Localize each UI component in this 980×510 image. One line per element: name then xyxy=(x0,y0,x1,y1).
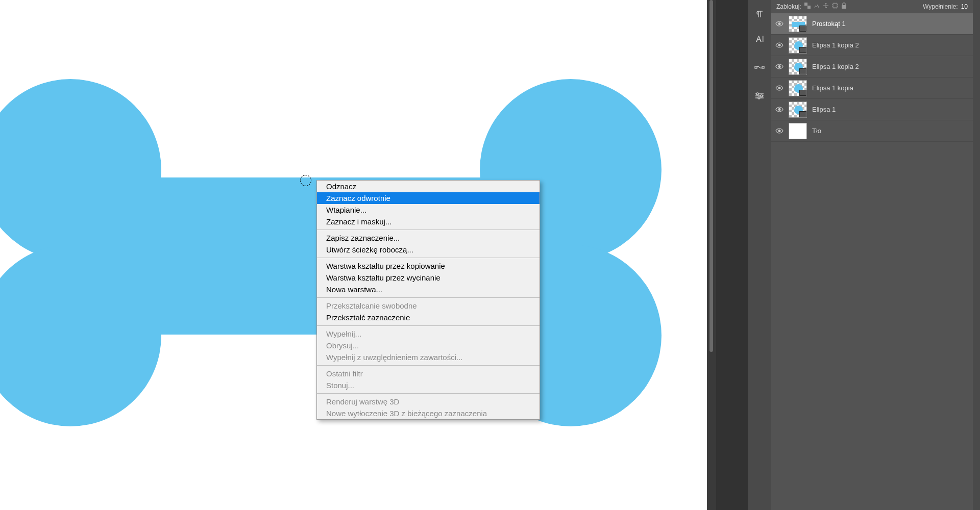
svg-point-3 xyxy=(761,95,763,97)
scrollbar-thumb[interactable] xyxy=(709,0,713,352)
context-menu-item: Obrysuj... xyxy=(317,340,540,351)
layer-thumbnail[interactable] xyxy=(789,59,807,75)
character-panel-icon[interactable] xyxy=(748,27,771,51)
layers-panel: Zablokuj: Wypełnienie: 10 xyxy=(771,0,973,510)
svg-rect-5 xyxy=(804,3,807,6)
context-menu-item: Nowe wytłoczenie 3D z bieżącego zaznacze… xyxy=(317,407,540,419)
layer-thumbnail[interactable] xyxy=(789,16,807,32)
lock-transparency-icon[interactable] xyxy=(804,3,811,10)
svg-point-13 xyxy=(778,66,780,68)
right-panel-area: Zablokuj: Wypełnienie: 10 xyxy=(707,0,980,510)
layer-thumbnail[interactable] xyxy=(789,123,807,139)
adjustments-panel-icon[interactable] xyxy=(748,84,771,108)
svg-rect-7 xyxy=(807,3,811,6)
context-menu-item[interactable]: Zaznacz odwrotnie xyxy=(317,192,540,204)
context-menu-item[interactable]: Nowa warstwa... xyxy=(317,284,540,295)
canvas[interactable]: OdznaczZaznacz odwrotnieWtapianie...Zazn… xyxy=(0,0,707,510)
menu-separator xyxy=(317,393,540,394)
context-menu-item[interactable]: Wtapianie... xyxy=(317,204,540,216)
lock-all-icon[interactable] xyxy=(841,3,847,10)
lock-artboard-icon[interactable] xyxy=(832,3,838,10)
menu-separator xyxy=(317,325,540,326)
visibility-toggle-icon[interactable] xyxy=(775,64,783,69)
visibility-toggle-icon[interactable] xyxy=(775,21,783,27)
visibility-toggle-icon[interactable] xyxy=(775,128,783,134)
svg-rect-9 xyxy=(833,4,837,8)
visibility-toggle-icon[interactable] xyxy=(775,107,783,112)
menu-separator xyxy=(317,258,540,258)
paths-panel-icon[interactable] xyxy=(748,55,771,80)
layer-row[interactable]: Prostokąt 1 xyxy=(771,13,973,35)
context-menu-item: Przekształcanie swobodne xyxy=(317,300,540,312)
layer-row[interactable]: Tło xyxy=(771,120,973,142)
svg-rect-0 xyxy=(755,66,757,68)
fill-label: Wypełnienie: xyxy=(923,3,958,10)
lock-position-icon[interactable] xyxy=(823,3,829,10)
layer-name-label[interactable]: Prostokąt 1 xyxy=(812,20,846,28)
layer-thumbnail[interactable] xyxy=(789,37,807,54)
lock-image-icon[interactable] xyxy=(814,3,820,10)
marching-ants-selection xyxy=(300,175,311,186)
layers-list: Prostokąt 1Elipsa 1 kopia 2Elipsa 1 kopi… xyxy=(771,13,973,510)
context-menu-item[interactable]: Zaznacz i maskuj... xyxy=(317,216,540,227)
context-menu-item: Renderuj warstwę 3D xyxy=(317,396,540,407)
context-menu-item[interactable]: Warstwa kształtu przez kopiowanie xyxy=(317,260,540,272)
collapsed-panel-strip xyxy=(748,0,771,510)
layer-row[interactable]: Elipsa 1 kopia 2 xyxy=(771,56,973,78)
context-menu-item[interactable]: Odznacz xyxy=(317,181,540,192)
layer-row[interactable]: Elipsa 1 kopia 2 xyxy=(771,35,973,56)
fill-value[interactable]: 10 xyxy=(961,3,968,10)
svg-point-4 xyxy=(758,97,760,99)
layer-name-label[interactable]: Elipsa 1 kopia 2 xyxy=(812,41,859,49)
context-menu-item[interactable]: Przekształć zaznaczenie xyxy=(317,312,540,323)
context-menu-item: Wypełnij... xyxy=(317,328,540,340)
context-menu-item: Ostatni filtr xyxy=(317,368,540,379)
svg-rect-10 xyxy=(842,5,846,9)
lock-label: Zablokuj: xyxy=(776,3,801,10)
layer-thumbnail[interactable] xyxy=(789,101,807,118)
svg-point-14 xyxy=(778,87,780,89)
context-menu: OdznaczZaznacz odwrotnieWtapianie...Zazn… xyxy=(316,180,540,420)
svg-rect-1 xyxy=(762,66,764,68)
context-menu-item: Wypełnij z uwzględnieniem zawartości... xyxy=(317,351,540,363)
visibility-toggle-icon[interactable] xyxy=(775,42,783,48)
layer-thumbnail[interactable] xyxy=(789,80,807,96)
layers-panel-scrollbar[interactable] xyxy=(973,0,980,510)
menu-separator xyxy=(317,297,540,298)
visibility-toggle-icon[interactable] xyxy=(775,85,783,91)
context-menu-item[interactable]: Zapisz zaznaczenie... xyxy=(317,232,540,244)
svg-point-16 xyxy=(778,130,780,132)
layer-row[interactable]: Elipsa 1 xyxy=(771,99,973,120)
layer-name-label[interactable]: Elipsa 1 xyxy=(812,106,836,113)
svg-point-15 xyxy=(778,109,780,111)
panel-gap xyxy=(716,0,748,510)
svg-point-11 xyxy=(778,23,780,25)
context-menu-item[interactable]: Warstwa kształtu przez wycinanie xyxy=(317,272,540,284)
layer-row[interactable]: Elipsa 1 kopia xyxy=(771,78,973,99)
layer-name-label[interactable]: Tło xyxy=(812,127,821,135)
svg-rect-8 xyxy=(804,6,807,9)
svg-point-2 xyxy=(756,93,758,95)
context-menu-item[interactable]: Utwórz ścieżkę roboczą... xyxy=(317,244,540,256)
layer-name-label[interactable]: Elipsa 1 kopia xyxy=(812,84,853,92)
layers-panel-header: Zablokuj: Wypełnienie: 10 xyxy=(771,0,973,13)
svg-rect-6 xyxy=(807,6,811,9)
menu-separator xyxy=(317,230,540,230)
menu-separator xyxy=(317,365,540,366)
lock-icons-group xyxy=(804,3,847,10)
canvas-scrollbar[interactable] xyxy=(707,0,716,510)
paragraph-panel-icon[interactable] xyxy=(748,2,771,27)
context-menu-item: Stonuj... xyxy=(317,379,540,391)
layer-name-label[interactable]: Elipsa 1 kopia 2 xyxy=(812,63,859,70)
svg-point-12 xyxy=(778,44,780,46)
